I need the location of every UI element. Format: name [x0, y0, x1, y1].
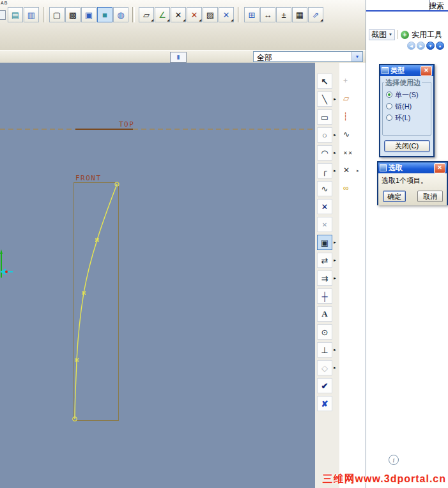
palette-tool-button[interactable]: ⊙ [317, 324, 332, 340]
layer-note-button[interactable]: ▥ [24, 7, 39, 22]
flyout-arrow-icon[interactable]: ► [333, 151, 337, 155]
points-icon: ✕ [191, 10, 198, 20]
down-arrow-icon: ▼ [429, 44, 433, 48]
snap-button[interactable]: ⇗◢ [308, 7, 323, 22]
combo-dropdown-button[interactable]: ▼ [351, 52, 362, 61]
enhanced-realism-button[interactable]: ◍ [113, 7, 128, 22]
nav-forward-button[interactable]: ▶ [417, 42, 425, 50]
csys-tool-button[interactable]: ✕ [317, 217, 332, 232]
tool-row: ↖ + [315, 74, 366, 90]
wireframe-view-button[interactable]: ▢ [49, 7, 65, 22]
info-icon[interactable]: i [389, 455, 399, 465]
search-column-label[interactable]: 搜索 [429, 1, 444, 12]
flyout-arrow-icon[interactable]: ► [333, 366, 337, 370]
select-dialog: 选取 ✕ 选取1个项目。 确定 取消 [377, 161, 448, 205]
offset-edge-icon: ⇄ [321, 256, 328, 265]
hidden-line-view-button[interactable]: ▩ [65, 7, 81, 22]
close-icon[interactable]: ✕ [434, 163, 445, 173]
points-pair-icon[interactable]: ✕✕ [343, 150, 353, 156]
datum-point2-button[interactable]: ✕◢ [187, 7, 202, 22]
front-plane-label: FRONT [75, 174, 102, 182]
flyout-arrow-icon[interactable]: ► [333, 240, 337, 244]
chain-icon[interactable]: ∞ [343, 184, 349, 193]
rectangle-icon: ▭ [321, 113, 328, 122]
radio-loop-label: 环(L) [395, 113, 410, 123]
utility-tools-label[interactable]: 实用工具 [412, 29, 442, 40]
dimension-tool-button[interactable]: ┼ [317, 288, 332, 304]
type-dialog-titlebar[interactable]: 类型 ✕ [380, 65, 433, 76]
datum-axis-button[interactable]: ∠◢ [155, 7, 170, 22]
dropdown-corner-icon[interactable]: ◢ [320, 19, 323, 22]
radio-icon[interactable] [386, 91, 392, 98]
grid-button[interactable]: ▦ [292, 7, 307, 22]
text-tool-button[interactable]: A [317, 306, 332, 322]
flyout-arrow-icon[interactable]: ► [333, 276, 337, 280]
fillet-tool-button[interactable]: ╭ [317, 163, 332, 178]
flyout-arrow-icon[interactable]: ► [333, 258, 337, 262]
layer-stack-button[interactable]: ▤ [8, 7, 23, 22]
spline-tool-button[interactable]: ∿ [317, 181, 332, 196]
ok-button[interactable]: 确定 [383, 191, 406, 202]
conic-tool-icon[interactable]: ∿ [343, 130, 350, 139]
nav-back-button[interactable]: ◀ [407, 42, 415, 50]
select-tool-button[interactable]: ↖ [317, 74, 332, 89]
flyout-arrow-icon[interactable]: ► [333, 348, 337, 352]
top-plane-label: TOP [119, 120, 134, 129]
sketch-canvas[interactable]: TOP FRONT [0, 63, 315, 488]
radio-icon[interactable] [386, 103, 392, 109]
dropdown-corner-icon[interactable]: ◢ [199, 19, 201, 22]
close-icon[interactable]: ✕ [421, 66, 432, 76]
circle-tool-button[interactable]: ○ [317, 127, 332, 143]
dropdown-corner-icon[interactable]: ◢ [151, 19, 153, 22]
flyout-arrow-icon[interactable]: ► [356, 169, 360, 173]
offset-edge-tool-button[interactable]: ⇄ [317, 253, 332, 268]
line-tool-button[interactable]: ╲ [317, 91, 332, 107]
flyout-arrow-icon[interactable]: ► [333, 133, 337, 137]
quick-tools-row: 截图 ▼ + 实用工具 [369, 29, 447, 40]
arc-tool-button[interactable]: ◠ [317, 145, 332, 161]
point-arrow-icon[interactable]: ✕ [343, 166, 350, 175]
datum-point-button[interactable]: ✕◢ [171, 7, 186, 22]
graphics-area[interactable]: TOP FRONT [0, 63, 315, 488]
cancel-button[interactable]: 取消 [417, 191, 443, 202]
no-hidden-view-button[interactable]: ▣ [81, 7, 97, 22]
dropdown-corner-icon[interactable]: ◢ [183, 19, 185, 22]
radio-single[interactable]: 单一(S) [386, 89, 428, 100]
thicken-edge-icon: ⇉ [321, 274, 328, 283]
dimension-display-button[interactable]: ↔ [260, 7, 275, 22]
centerline-tool-icon[interactable]: ┆ [343, 112, 348, 121]
nav-down-button[interactable]: ▼ [426, 42, 435, 50]
datum-target-button[interactable]: ✕◢ [219, 7, 234, 22]
dropdown-corner-icon[interactable]: ◢ [167, 19, 169, 22]
parallelogram-tool-icon[interactable]: ▱ [343, 94, 349, 103]
use-edge-tool-button[interactable]: ▣ [317, 235, 332, 250]
tool-row: ◇ ► [315, 360, 366, 377]
nav-up-button[interactable]: ▲ [436, 42, 444, 50]
datum-csys-button[interactable]: ▨ [203, 7, 218, 22]
select-items-button[interactable]: ⊞ [244, 7, 259, 22]
thicken-edge-tool-button[interactable]: ⇉ [317, 271, 332, 286]
shaded-view-button[interactable]: ■ [97, 7, 112, 22]
flyout-arrow-icon[interactable]: ► [333, 169, 337, 173]
sketch-cancel-button[interactable]: ✘ [317, 396, 332, 411]
screenshot-button[interactable]: 截图 ▼ [369, 29, 395, 40]
toolbar-separator [238, 7, 240, 22]
dropdown-corner-icon[interactable]: ◢ [231, 19, 233, 22]
constraint-tool-button[interactable]: ⊥ [317, 342, 332, 358]
sketch-done-button[interactable]: ✔ [317, 378, 332, 393]
tool-row: ○ ► ∿ [315, 127, 366, 144]
radio-icon[interactable] [386, 114, 392, 121]
mirror-tool-button[interactable]: ◇ [317, 360, 332, 375]
radio-chain[interactable]: 链(H) [386, 100, 428, 112]
dim-reference-icon[interactable]: + [343, 76, 348, 85]
datum-plane-button[interactable]: ▱◢ [139, 7, 154, 22]
canvas-background[interactable] [0, 63, 315, 488]
select-dialog-titlebar[interactable]: 选取 ✕ [378, 162, 447, 173]
radio-loop[interactable]: 环(L) [386, 112, 428, 123]
tolerance-button[interactable]: ± [276, 7, 291, 22]
rectangle-tool-button[interactable]: ▭ [317, 109, 332, 125]
point-tool-button[interactable]: ✕ [317, 199, 332, 214]
selection-filter-combobox[interactable]: 全部 ▼ [253, 51, 363, 62]
close-dialog-button[interactable]: 关闭(C) [384, 140, 430, 152]
flyout-arrow-icon[interactable]: ► [333, 97, 337, 101]
